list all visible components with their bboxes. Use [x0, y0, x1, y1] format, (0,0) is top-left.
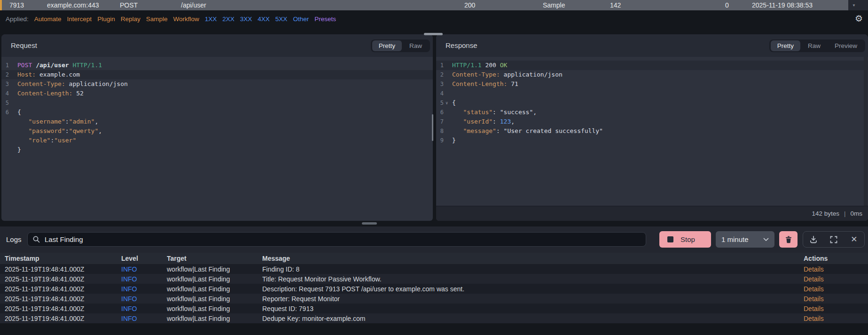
history-table-row[interactable]: 7913 example.com:443 POST /api/user 200 … [0, 0, 868, 10]
log-timestamp: 2025-11-19T19:48:41.000Z [5, 295, 121, 303]
log-timestamp: 2025-11-19T19:48:41.000Z [5, 285, 121, 293]
response-tab-preview[interactable]: Preview [828, 40, 864, 51]
logs-search-box[interactable] [27, 232, 646, 247]
log-message: Request ID: 7913 [262, 305, 804, 312]
filter-chip-3xx[interactable]: 3XX [240, 16, 252, 23]
code-line: 1HTTP/1.1 200 OK [436, 61, 868, 70]
request-tab-pretty[interactable]: Pretty [372, 40, 402, 51]
log-message: Finding ID: 8 [262, 265, 804, 273]
details-link[interactable]: Details [804, 315, 868, 322]
details-link[interactable]: Details [804, 305, 868, 312]
code-text: POST /api/user HTTP/1.1 [14, 61, 102, 70]
log-row[interactable]: 2025-11-19T19:48:41.000ZINFOworkflow|Las… [0, 284, 868, 294]
filter-chip-other[interactable]: Other [293, 16, 309, 23]
line-number: 5 [1, 98, 14, 108]
log-target: workflow|Last Finding [167, 285, 262, 293]
response-time: 0ms [850, 210, 862, 217]
history-cell-method: POST [120, 1, 181, 9]
response-view-tabs: PrettyRawPreview [769, 39, 865, 52]
filter-chip-replay[interactable]: Replay [121, 16, 141, 23]
code-line: 6{ [1, 108, 433, 117]
response-editor[interactable]: 1HTTP/1.1 200 OK2Content-Type: applicati… [436, 57, 868, 145]
response-scrollbar[interactable] [864, 57, 868, 206]
code-line: 4Content-Length: 52 [1, 89, 433, 98]
log-header-target: Target [167, 255, 262, 262]
code-line: 3Content-Type: application/json [1, 79, 433, 89]
logs-search-input[interactable] [45, 235, 641, 243]
details-link[interactable]: Details [804, 275, 868, 283]
request-editor[interactable]: 1POST /api/user HTTP/1.12Host: example.c… [1, 57, 433, 155]
applied-label: Applied: [6, 16, 29, 23]
log-row[interactable]: 2025-11-19T19:48:41.000ZINFOworkflow|Las… [0, 294, 868, 304]
code-text: } [448, 136, 456, 145]
filter-chip-presets[interactable]: Presets [314, 16, 336, 23]
log-level: INFO [121, 295, 167, 303]
line-number: 6 [436, 108, 448, 117]
line-number: 6 [1, 108, 14, 117]
logs-title: Logs [6, 226, 22, 253]
details-link[interactable]: Details [804, 285, 868, 293]
code-line: 9} [436, 136, 868, 145]
log-level: INFO [121, 305, 167, 312]
code-text: "message": "User created successfully" [448, 126, 603, 136]
code-line: 5∨{ [436, 98, 868, 108]
history-cell-source: Sample [543, 1, 610, 9]
history-cell-length: 142 [610, 1, 725, 9]
vertical-split-thumb[interactable] [432, 114, 433, 141]
response-tab-raw[interactable]: Raw [801, 40, 827, 51]
request-tab-raw[interactable]: Raw [403, 40, 429, 51]
log-row[interactable]: 2025-11-19T19:48:41.000ZINFOworkflow|Las… [0, 264, 868, 274]
chevron-down-icon [763, 238, 769, 242]
code-text: "role":"user" [14, 136, 76, 145]
response-size: 142 bytes [812, 210, 839, 217]
table-scrollbar[interactable]: ▼ [848, 0, 868, 10]
stop-icon [667, 236, 673, 242]
stop-button[interactable]: Stop [659, 231, 711, 248]
filter-chip-5xx[interactable]: 5XX [275, 16, 288, 23]
interval-select[interactable]: 1 minute [716, 231, 774, 248]
code-text: Content-Length: 52 [14, 89, 84, 98]
filter-chip-automate[interactable]: Automate [34, 16, 62, 23]
response-status-bar: 142 bytes | 0ms [436, 206, 868, 221]
log-target: workflow|Last Finding [167, 295, 262, 303]
code-line: 8 "message": "User created successfully" [436, 126, 868, 136]
log-row[interactable]: 2025-11-19T19:48:41.000ZINFOworkflow|Las… [0, 313, 868, 323]
vertical-split-handle[interactable] [424, 33, 443, 35]
details-link[interactable]: Details [804, 265, 868, 273]
logs-panel: Logs Stop 1 minute [0, 221, 868, 335]
fold-chevron-icon[interactable]: ∨ [446, 98, 448, 108]
code-line: 3Content-Length: 71 [436, 79, 868, 89]
log-row[interactable]: 2025-11-19T19:48:41.000ZINFOworkflow|Las… [0, 274, 868, 284]
line-number: 3 [436, 79, 448, 89]
filter-chip-1xx[interactable]: 1XX [205, 16, 217, 23]
log-header-timestamp: Timestamp [5, 255, 121, 262]
log-timestamp: 2025-11-19T19:48:41.000Z [5, 315, 121, 322]
line-number: 1 [436, 61, 448, 70]
filter-chip-plugin[interactable]: Plugin [97, 16, 115, 23]
line-number: 1 [1, 61, 14, 70]
history-cell-status: 200 [464, 1, 543, 9]
code-line: 6 "status": "success", [436, 108, 868, 117]
details-link[interactable]: Details [804, 295, 868, 303]
settings-gear-icon[interactable]: ⚙ [855, 14, 863, 23]
code-text: Content-Type: application/json [448, 70, 563, 79]
response-panel-header: Response PrettyRawPreview [436, 34, 868, 57]
log-timestamp: 2025-11-19T19:48:41.000Z [5, 275, 121, 283]
request-panel-header: Request PrettyRaw [1, 34, 433, 57]
download-logs-button[interactable] [806, 233, 821, 247]
filter-chip-sample[interactable]: Sample [146, 16, 168, 23]
response-tab-pretty[interactable]: Pretty [771, 40, 800, 51]
expand-logs-button[interactable] [827, 233, 841, 247]
filter-chip-workflow[interactable]: Workflow [173, 16, 199, 23]
clear-logs-button[interactable] [779, 231, 798, 248]
code-line: 4 [436, 89, 868, 98]
history-cell-host: example.com:443 [47, 1, 120, 9]
log-row[interactable]: 2025-11-19T19:48:41.000ZINFOworkflow|Las… [0, 304, 868, 313]
log-header-message: Message [262, 255, 804, 262]
filter-chip-intercept[interactable]: Intercept [67, 16, 92, 23]
code-text: Content-Type: application/json [14, 79, 128, 89]
code-text: } [14, 145, 21, 155]
close-logs-button[interactable]: ✕ [847, 233, 861, 247]
filter-chip-4xx[interactable]: 4XX [258, 16, 270, 23]
filter-chip-2xx[interactable]: 2XX [222, 16, 235, 23]
